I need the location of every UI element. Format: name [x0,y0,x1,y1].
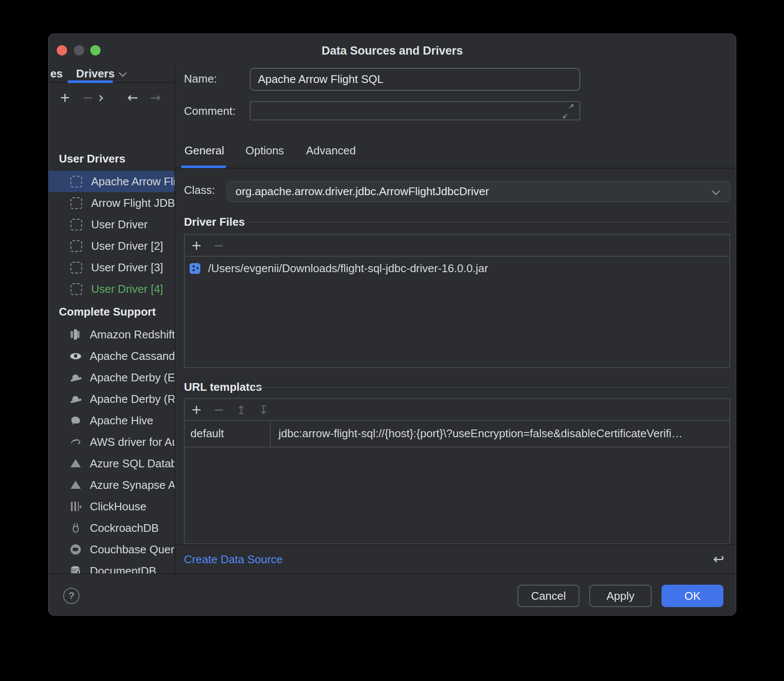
driver-list-item[interactable]: ClickHouse [49,496,175,517]
driver-list-panel: User DriversApache Arrow Flight SQLArrow… [49,63,175,574]
apache-cassandra-icon [69,350,82,362]
sidebar-divider [175,63,175,574]
add-icon [191,238,202,253]
chevron-down-icon [712,187,720,195]
driver-list-item[interactable]: User Driver [4] [49,278,175,300]
driver-item-label: AWS driver for Aurora [90,436,175,449]
driver-item-label: Azure Synapse Analytics [90,479,175,492]
driver-file-row[interactable]: /Users/evgenii/Downloads/flight-sql-jdbc… [185,258,729,278]
url-template-value-cell[interactable]: jdbc:arrow-flight-sql://{host}:{port}\?u… [271,420,729,448]
driver-item-label: User Driver [91,218,147,231]
driver-item-label: User Driver [3] [91,261,163,274]
list-section-header: User Drivers [49,147,175,171]
apache-derby-icon [68,391,83,407]
driver-item-label: CockroachDB [90,521,159,535]
remove-icon [213,238,224,253]
driver-files-header: Driver Files [184,214,245,230]
driver-item-label: Arrow Flight JDBC [91,196,175,210]
tabs-divider [175,168,736,169]
tab-options[interactable]: Options [245,143,284,158]
driver-list-item[interactable]: Azure SQL Database [49,453,175,474]
azure-icon [69,479,82,491]
aws-dolphin-icon [69,436,82,448]
driver-files-toolbar [185,235,729,257]
user-driver-icon [70,176,82,187]
tab-advanced[interactable]: Advanced [306,143,356,158]
driver-list-item[interactable]: Couchbase Query [49,539,175,560]
active-main-tab-indicator [181,166,226,168]
remove-icon [213,402,224,417]
driver-item-label: ClickHouse [90,500,147,513]
driver-item-label: Azure SQL Database [90,457,175,470]
azure-icon [69,457,82,470]
url-templates-box: defaultjdbc:arrow-flight-sql://{host}:{p… [184,398,730,544]
class-label: Class: [184,182,215,198]
data-sources-dialog: Data Sources and Drivers es Drivers User… [48,34,736,616]
driver-list-item[interactable]: Apache Cassandra [49,345,175,367]
apache-hive-icon [69,414,82,427]
user-driver-icon [70,197,82,209]
driver-files-rule [248,222,730,223]
move-down-icon[interactable] [257,402,270,417]
move-up-icon [236,402,246,417]
comment-label: Comment: [184,103,236,119]
driver-list-item[interactable]: Amazon Redshift [49,324,175,345]
driver-list-item[interactable]: Apache Hive [49,410,175,431]
driver-item-label: Apache Cassandra [90,350,175,363]
driver-list-item[interactable]: Apache Arrow Flight SQL [49,171,175,192]
driver-item-label: DocumentDB [90,564,156,574]
driver-item-label: User Driver [4] [91,282,163,296]
user-driver-icon [70,262,82,273]
driver-list-item[interactable]: User Driver [3] [49,257,175,278]
driver-file-path: /Users/evgenii/Downloads/flight-sql-jdbc… [208,262,488,275]
help-icon[interactable] [63,588,80,604]
ok-button[interactable]: OK [662,585,723,607]
add-icon [191,402,202,417]
driver-item-label: Apache Hive [90,414,153,427]
user-driver-icon [70,240,82,252]
driver-list-item[interactable]: Apache Derby (Embedded) [49,367,175,388]
apply-button[interactable]: Apply [589,585,652,607]
couchbase-icon [69,543,82,556]
driver-list-item[interactable]: Apache Derby (Remote) [49,388,175,410]
name-value: Apache Arrow Flight SQL [258,73,383,86]
url-templates-header: URL templates [184,379,262,395]
driver-files-box: /Users/evgenii/Downloads/flight-sql-jdbc… [184,234,730,368]
driver-item-label: Apache Arrow Flight SQL [91,175,175,188]
comment-input[interactable] [250,101,580,120]
driver-list-item[interactable]: User Driver [2] [49,235,175,257]
add-icon[interactable] [190,402,203,417]
tab-general[interactable]: General [184,143,224,158]
url-templates-toolbar [185,399,729,421]
create-data-source-link[interactable]: Create Data Source [184,552,283,567]
documentdb-icon [69,564,82,574]
driver-list-item[interactable]: Arrow Flight JDBC [49,192,175,214]
class-value: org.apache.arrow.driver.jdbc.ArrowFlight… [236,185,489,198]
driver-list-item[interactable]: Azure Synapse Analytics [49,474,175,496]
url-template-name-cell[interactable]: default [185,420,271,448]
undo-icon[interactable] [712,552,725,566]
add-icon[interactable] [190,238,203,252]
remove-icon[interactable] [212,402,225,417]
footer-divider [49,574,736,574]
class-select[interactable]: org.apache.arrow.driver.jdbc.ArrowFlight… [227,181,730,202]
amazon-redshift-icon [69,328,82,341]
cancel-button[interactable]: Cancel [518,585,579,607]
remove-icon[interactable] [212,238,225,252]
move-up-icon[interactable] [235,402,248,417]
name-label: Name: [184,71,217,86]
driver-list-item[interactable]: CockroachDB [49,517,175,539]
apache-derby-icon [68,370,83,385]
name-input[interactable]: Apache Arrow Flight SQL [250,68,580,91]
list-section-header: Complete Support [49,300,175,324]
driver-list-item[interactable]: DocumentDB [49,560,175,574]
expand-icon[interactable] [559,103,576,120]
url-templates-rule [252,387,730,388]
dialog-title: Data Sources and Drivers [49,44,736,58]
driver-list-item[interactable]: AWS driver for Aurora [49,431,175,453]
driver-list-item[interactable]: User Driver [49,214,175,235]
create-row-divider [175,544,736,545]
cockroachdb-icon [69,521,82,534]
user-driver-icon [70,219,82,230]
driver-item-label: User Driver [2] [91,239,163,253]
